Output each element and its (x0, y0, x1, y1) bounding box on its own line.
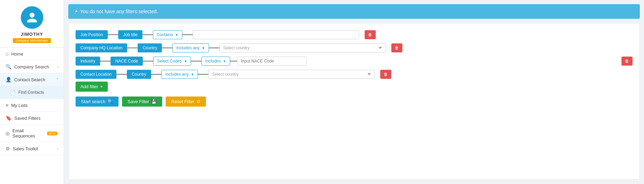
sidebar-item-my-lists[interactable]: ≡ My Lists (0, 99, 64, 112)
main-content: • You do not have any filters selected. … (64, 0, 644, 184)
connector-line-2 (142, 34, 153, 35)
delete-btn-row-4[interactable]: 🗑 (380, 70, 391, 79)
chevron-right-icon3: › (57, 147, 58, 151)
operator-btn-includes-any-1[interactable]: Includes any ▼ (172, 43, 209, 52)
sidebar-item-lists-label: My Lists (11, 103, 28, 108)
sub-operator-btn-includes[interactable]: Includes ▼ (201, 57, 230, 66)
search-icon: 🔍 (107, 99, 113, 104)
sidebar-username: JIMOTHY (21, 32, 43, 37)
sidebar-item-find-label: Find Contacts (18, 90, 44, 95)
operator-label-includes-1: Includes any (176, 45, 199, 50)
value-select-country-2[interactable]: Select country (208, 70, 375, 79)
bullet-icon: • (75, 8, 77, 15)
filter-rows: Job Position Job title Contains ▼ 🗑 Comp… (76, 30, 633, 79)
banner-message: You do not have any filters selected. (80, 9, 158, 14)
operator-btn-includes-any-2[interactable]: Includes any ▼ (162, 70, 198, 79)
connector-line-7 (100, 61, 111, 61)
field-btn-job-title[interactable]: Job title (118, 30, 142, 39)
reset-icon: ↺ (197, 99, 200, 104)
filter-row-2: Company HQ Location Country Includes any… (76, 43, 633, 52)
sidebar-item-contact-search[interactable]: 👤 Contact Search ˅ (0, 73, 64, 86)
my-lists-icon: ≡ (6, 102, 8, 108)
home-icon: ⌂ (6, 51, 8, 57)
sidebar-nav: ⌂ Home 🔍 Company Search › 👤 Contact Sear… (0, 48, 64, 184)
filter-row-3: Industry NACE Code Select Codes ▼ Includ… (76, 57, 633, 66)
sidebar-item-email-label: Email Sequences (12, 128, 43, 139)
category-btn-contact-location[interactable]: Contact Location (76, 70, 116, 79)
save-filter-button[interactable]: Save Filter 💾 (122, 97, 162, 107)
contact-search-icon: 👤 (6, 77, 11, 82)
category-btn-job-position[interactable]: Job Position (76, 30, 108, 39)
includes-arrow-icon-1: ▼ (202, 46, 205, 50)
reset-filter-button[interactable]: Reset Filter ↺ (166, 97, 206, 107)
sidebar: JIMOTHY Company Administrator ⌂ Home 🔍 C… (0, 0, 64, 184)
beta-badge: BETA (47, 132, 57, 135)
filter-area: Job Position Job title Contains ▼ 🗑 Comp… (68, 23, 640, 180)
sidebar-item-sales-toolkit[interactable]: ⚙ Sales Toolkit › (0, 142, 64, 155)
sidebar-item-email-sequences[interactable]: ◎ Email Sequences BETA › (0, 125, 64, 142)
filter-row-4: Contact Location Country Includes any ▼ … (76, 70, 633, 79)
info-banner: • You do not have any filters selected. (68, 4, 640, 19)
avatar (21, 6, 43, 29)
connector-line-4 (127, 48, 138, 48)
company-search-icon: 🔍 (6, 64, 11, 69)
chevron-right-icon: › (57, 65, 58, 69)
sidebar-role: Company Administrator (13, 38, 51, 43)
category-btn-industry[interactable]: Industry (76, 57, 100, 66)
delete-btn-row-2[interactable]: 🗑 (391, 43, 402, 52)
sub-operator-label: Includes (205, 59, 221, 64)
field-btn-country-1[interactable]: Country (138, 43, 162, 52)
connector-line-1 (108, 34, 118, 35)
nace-code-input[interactable] (237, 57, 306, 66)
sidebar-item-contact-label: Contact Search (14, 77, 45, 82)
sidebar-item-company-label: Company Search (14, 64, 49, 69)
operator-btn-select-codes[interactable]: Select Codes ▼ (153, 57, 191, 66)
connector-line-6 (209, 48, 219, 48)
connector-line-11 (116, 74, 127, 75)
value-input-job-title[interactable] (193, 30, 359, 39)
sidebar-item-find-contacts[interactable]: 📄 Find Contacts (0, 86, 64, 99)
bottom-actions: Start search 🔍 Save Filter 💾 Reset Filte… (76, 97, 633, 107)
operator-btn-contains[interactable]: Contains ▼ (153, 30, 182, 39)
value-select-country-1[interactable]: Select country (219, 43, 386, 52)
delete-btn-row-3[interactable]: 🗑 (621, 57, 633, 66)
add-filter-label: Add filter (80, 84, 98, 89)
start-search-label: Start search (81, 99, 105, 104)
connector-line-8 (143, 61, 153, 61)
field-btn-country-2[interactable]: Country (127, 70, 151, 79)
connector-line-3 (182, 34, 193, 35)
chevron-right-icon2: › (57, 132, 58, 135)
connector-line-13 (198, 74, 208, 75)
operator-label-includes-2: Includes any (165, 72, 189, 77)
sidebar-item-company-search[interactable]: 🔍 Company Search › (0, 60, 64, 73)
find-contacts-icon: 📄 (10, 90, 16, 95)
save-icon: 💾 (151, 99, 157, 104)
connector-line-5 (162, 48, 172, 48)
sidebar-item-saved-filters[interactable]: 🔖 Saved Filters (0, 112, 64, 125)
sidebar-item-sales-label: Sales Toolkit (13, 146, 38, 151)
connector-line-9 (191, 61, 201, 61)
filter-row-1: Job Position Job title Contains ▼ 🗑 (76, 30, 633, 39)
save-filter-label: Save Filter (128, 99, 149, 104)
includes-arrow-icon-2: ▼ (191, 73, 194, 76)
operator-label-select-codes: Select Codes (157, 59, 182, 64)
add-filter-button[interactable]: Add filter + (76, 82, 108, 92)
contains-arrow-icon: ▼ (175, 33, 179, 37)
chevron-down-icon: ˅ (56, 78, 58, 82)
operator-label-contains: Contains (157, 32, 173, 37)
connector-line-10 (230, 61, 237, 61)
saved-filters-icon: 🔖 (6, 115, 11, 121)
sidebar-item-saved-label: Saved Filters (14, 116, 41, 121)
delete-btn-row-1[interactable]: 🗑 (365, 30, 376, 39)
connector-line-12 (151, 74, 162, 75)
category-btn-company-hq[interactable]: Company HQ Location (76, 43, 127, 52)
start-search-button[interactable]: Start search 🔍 (76, 97, 119, 107)
field-btn-nace-code[interactable]: NACE Code (111, 57, 143, 66)
sidebar-item-home-label: Home (11, 51, 23, 57)
email-seq-icon: ◎ (6, 131, 10, 136)
sidebar-item-home[interactable]: ⌂ Home (0, 48, 64, 60)
includes-sub-arrow-icon: ▼ (223, 59, 226, 63)
plus-icon: + (100, 84, 103, 89)
select-codes-arrow-icon: ▼ (184, 59, 187, 63)
sales-toolkit-icon: ⚙ (6, 146, 10, 151)
